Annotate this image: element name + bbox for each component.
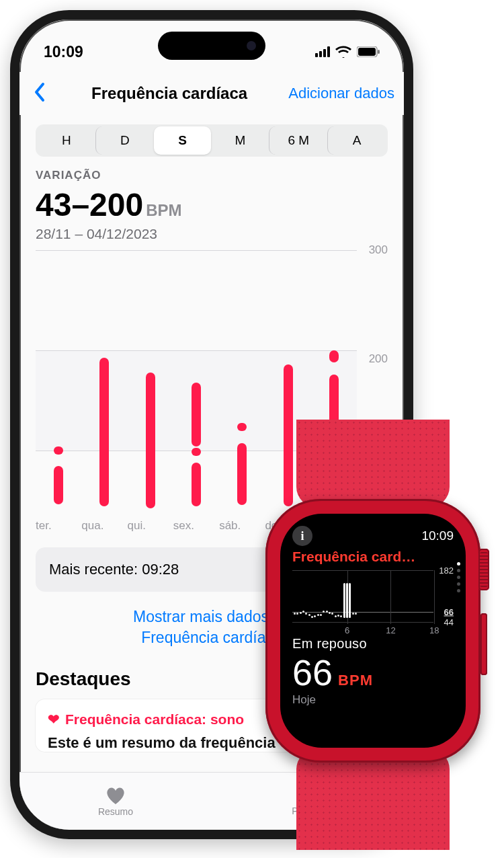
tab-bar: Resumo Partilha — [19, 772, 404, 830]
watch-yl-mid: 66 — [444, 607, 454, 617]
segment-H[interactable]: H — [38, 126, 95, 155]
range-value: 43–200BPM — [36, 186, 388, 223]
segment-D[interactable]: D — [95, 126, 154, 155]
cellular-icon — [315, 46, 330, 57]
watch-value-unit: BPM — [338, 672, 373, 689]
svg-point-4 — [308, 787, 317, 795]
x-tick-qui.: qui. — [128, 519, 173, 533]
nav-title: Frequência cardíaca — [50, 84, 288, 103]
add-data-button[interactable]: Adicionar dados — [288, 85, 394, 102]
watch-value-number: 66 — [292, 652, 333, 693]
watch-case: i 10:09 Frequência card… 182 66 44 6 12 … — [265, 499, 480, 763]
segment-M[interactable]: M — [211, 126, 269, 155]
x-tick-sáb.: sáb. — [219, 519, 265, 533]
heart-rate-chart[interactable]: ter.qua.qui.sex.sáb.dom.seg. 100200300 — [36, 250, 388, 533]
watch-screen[interactable]: i 10:09 Frequência card… 182 66 44 6 12 … — [280, 514, 466, 748]
watch-chart: 182 66 44 6 12 18 — [292, 570, 454, 633]
time-range-segmented-control[interactable]: HDSM6 MA — [36, 124, 388, 157]
status-time: 10:09 — [44, 43, 83, 61]
heart-icon: ❤︎ — [48, 711, 60, 728]
dynamic-island — [158, 32, 265, 60]
y-tick-200: 200 — [360, 352, 388, 366]
wifi-icon — [335, 46, 351, 58]
range-unit: BPM — [146, 201, 181, 219]
heart-icon — [105, 786, 126, 805]
y-tick-100: 100 — [360, 461, 388, 474]
watch-yl-bot: 44 — [444, 617, 454, 627]
tab-share[interactable]: Partilha — [212, 773, 404, 830]
nav-bar: Frequência cardíaca Adicionar dados — [19, 72, 404, 115]
people-icon — [295, 787, 321, 804]
watch-yl-top: 182 — [439, 566, 454, 576]
segment-S[interactable]: S — [154, 126, 212, 155]
side-button[interactable] — [480, 613, 487, 675]
page-dots — [457, 562, 460, 592]
show-more-line2: Frequência cardíaca — [141, 629, 282, 646]
info-icon[interactable]: i — [292, 526, 312, 546]
tab-summary-label: Resumo — [98, 806, 133, 817]
watch-reading-sub: Hoje — [292, 693, 454, 707]
watch-app-title: Frequência card… — [292, 549, 454, 565]
segment-A[interactable]: A — [327, 126, 386, 155]
watch-xl-0: 6 — [345, 625, 349, 635]
tab-share-label: Partilha — [292, 806, 323, 816]
back-button[interactable] — [29, 82, 50, 105]
watch-reading-value: 66 BPM — [292, 652, 454, 693]
digital-crown[interactable] — [478, 549, 489, 590]
battery-icon — [357, 46, 380, 57]
y-tick-300: 300 — [360, 243, 388, 257]
x-tick-qua.: qua. — [81, 519, 127, 533]
segment-6 M[interactable]: 6 M — [269, 126, 327, 155]
svg-point-3 — [299, 787, 307, 795]
watch-reading-label: Em repouso — [292, 636, 454, 652]
range-label: VARIAÇÃO — [36, 169, 388, 182]
x-tick-ter.: ter. — [36, 519, 81, 533]
watch-xl-2: 18 — [429, 625, 439, 635]
range-dates: 28/11 – 04/12/2023 — [36, 226, 388, 242]
watch-xl-1: 12 — [386, 625, 395, 635]
tab-summary[interactable]: Resumo — [19, 773, 212, 830]
range-value-number: 43–200 — [36, 187, 143, 223]
x-tick-sex.: sex. — [173, 519, 219, 533]
watch-time: 10:09 — [421, 529, 454, 543]
svg-rect-1 — [358, 48, 376, 56]
highlight-head: Frequência cardíaca: sono — [65, 711, 244, 728]
latest-reading-text: Mais recente: 09:28 — [49, 561, 179, 578]
svg-rect-2 — [378, 50, 380, 54]
